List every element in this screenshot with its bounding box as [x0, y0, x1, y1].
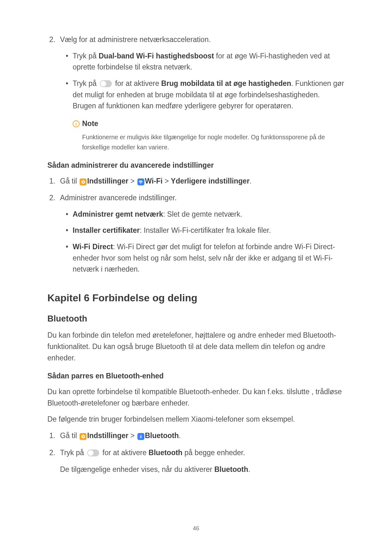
list-marker: 1. — [49, 430, 55, 442]
bullet-text: Tryk på — [73, 79, 99, 87]
step-text: for at aktivere — [100, 449, 148, 457]
list-marker: 1. — [49, 176, 55, 187]
bold-install-certs: Installer certifikater — [73, 226, 140, 234]
page-number: 46 — [0, 525, 392, 532]
bullet-text: : Installer Wi-Fi-certifikater fra lokal… — [140, 226, 271, 234]
chevron: > — [128, 431, 136, 440]
bold-bluetooth: Bluetooth — [148, 449, 182, 457]
bullet-wifi-direct: Wi-Fi Direct: Wi-Fi Direct gør det mulig… — [60, 241, 345, 275]
nav-text: Gå til — [60, 177, 79, 185]
nav-wifi: Wi-Fi — [145, 177, 163, 185]
nav-more-settings: Yderligere indstillinger — [171, 177, 250, 185]
after-text: De tilgængelige enheder vises, når du ak… — [60, 465, 214, 473]
bold-saved-network: Administrer gemt netværk — [73, 210, 163, 218]
settings-icon — [80, 178, 87, 185]
heading-chapter-6: Kapitel 6 Forbindelse og deling — [47, 290, 345, 306]
step-2-text: Vælg for at administrere netværksacceler… — [60, 35, 211, 44]
bullet-saved-network: Administrer gemt netværk: Slet de gemte … — [60, 209, 345, 220]
toggle-off-icon — [87, 449, 99, 456]
note-heading: Note — [73, 118, 345, 129]
chevron: > — [128, 177, 136, 185]
step-2: 2. Vælg for at administrere netværksacce… — [47, 34, 345, 152]
after-text: . — [248, 465, 250, 473]
list-marker: 2. — [49, 192, 55, 204]
toggle-off-icon — [100, 80, 112, 87]
bullet-text: for at aktivere — [113, 79, 161, 87]
note-label: Note — [82, 118, 98, 129]
note-body: Funktionerne er muligvis ikke tilgængeli… — [73, 132, 345, 152]
nav-settings: Indstillinger — [87, 431, 128, 440]
nav-text: Gå til — [60, 431, 79, 440]
step-text: Tryk på — [60, 449, 86, 457]
bullet-text: : Slet de gemte netværk. — [163, 210, 242, 218]
heading-pair-bluetooth: Sådan parres en Bluetooth-enhed — [47, 370, 345, 382]
list-marker: 2. — [49, 34, 55, 45]
wifi-icon — [137, 178, 144, 185]
bluetooth-p1: Du kan oprette forbindelse til kompatibl… — [47, 386, 345, 409]
settings-icon — [80, 433, 87, 440]
nav-text: . — [179, 431, 181, 440]
nav-text: . — [250, 177, 251, 185]
heading-advanced-settings: Sådan administrerer du avancerede indsti… — [47, 160, 345, 171]
nav-settings: Indstillinger — [87, 177, 128, 185]
adv-step-2: 2. Administrer avancerede indstillinger.… — [47, 192, 345, 275]
bold-mobildata: Brug mobildata til at øge hastigheden — [161, 79, 291, 87]
info-icon — [73, 120, 80, 127]
bluetooth-icon — [137, 433, 144, 440]
bt-step-2-after: De tilgængelige enheder vises, når du ak… — [60, 464, 345, 475]
bluetooth-p2: De følgende trin bruger forbindelsen mel… — [47, 414, 345, 425]
bt-step-1: 1. Gå til Indstillinger > Bluetooth. — [47, 430, 345, 442]
bluetooth-intro: Du kan forbinde din telefon med øretelef… — [47, 330, 345, 364]
bullet-text: Tryk på — [73, 52, 99, 60]
bold-dualband: Dual-band Wi-Fi hastighedsboost — [99, 52, 214, 60]
bt-step-2: 2. Tryk på for at aktivere Bluetooth på … — [47, 447, 345, 475]
list-marker: 2. — [49, 447, 55, 459]
bold-bluetooth: Bluetooth — [214, 465, 248, 473]
chevron: > — [163, 177, 171, 185]
nav-bluetooth: Bluetooth — [145, 431, 179, 440]
bullet-mobildata: Tryk på for at aktivere Brug mobildata t… — [60, 78, 345, 112]
bullet-dualband: Tryk på Dual-band Wi-Fi hastighedsboost … — [60, 51, 345, 73]
bold-wifi-direct: Wi-Fi Direct — [73, 243, 113, 251]
heading-bluetooth: Bluetooth — [47, 312, 345, 326]
adv-step-1: 1. Gå til Indstillinger > Wi-Fi > Yderli… — [47, 176, 345, 187]
adv-step-2-text: Administrer avancerede indstillinger. — [60, 194, 177, 202]
step-text: på begge enheder. — [183, 449, 245, 457]
bullet-install-certs: Installer certifikater: Installer Wi-Fi-… — [60, 225, 345, 236]
note-box: Note Funktionerne er muligvis ikke tilgæ… — [73, 118, 345, 152]
